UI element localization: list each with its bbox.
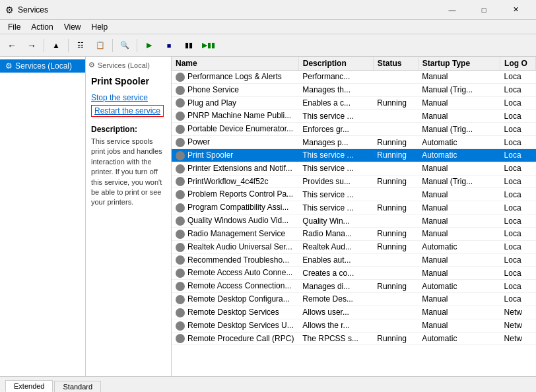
cell-name: Quality Windows Audio Vid... [172, 214, 298, 228]
cell-name: PrintWorkflow_4c4f52c [172, 175, 298, 188]
cell-status [373, 306, 418, 319]
table-row[interactable]: Phone ServiceManages th...Manual (Trig..… [172, 83, 536, 96]
table-row[interactable]: Problem Reports Control Pa...This servic… [172, 188, 536, 201]
cell-startup: Manual (Trig... [418, 175, 500, 188]
menu-help[interactable]: Help [86, 21, 114, 33]
selected-service-name: Print Spooler [88, 73, 168, 92]
table-row[interactable]: Radio Management ServiceRadio Mana...Run… [172, 227, 536, 240]
cell-log: Loca [500, 148, 536, 162]
table-row[interactable]: PrintWorkflow_4c4f52cProvides su...Runni… [172, 175, 536, 188]
table-row[interactable]: Remote Desktop Services U...Allows the r… [172, 319, 536, 332]
cell-desc: Enables aut... [298, 253, 373, 267]
forward-button[interactable]: → [22, 37, 41, 54]
menu-action[interactable]: Action [26, 21, 58, 33]
table-row[interactable]: Quality Windows Audio Vid...Quality Win.… [172, 214, 536, 228]
table-row[interactable]: Performance Logs & AlertsPerformanc...Ma… [172, 71, 536, 84]
services-local-icon: ⚙ [5, 61, 13, 71]
cell-log: Loca [500, 123, 536, 136]
cell-desc: This service ... [298, 110, 373, 123]
cell-status: Running [373, 175, 418, 188]
toolbar-separator-4 [137, 39, 137, 52]
table-row[interactable]: Remote Desktop Configura...Remote Des...… [172, 293, 536, 306]
stop-button[interactable]: ■ [160, 37, 178, 54]
cell-status: Running [373, 201, 418, 214]
table-row[interactable]: Remote Procedure Call (RPC)The RPCSS s..… [172, 332, 536, 345]
up-button[interactable]: ▲ [47, 37, 65, 54]
table-row[interactable]: Realtek Audio Universal Ser...Realtek Au… [172, 240, 536, 253]
col-startup[interactable]: Startup Type [418, 57, 500, 71]
cell-name: Recommended Troublesho... [172, 253, 298, 267]
cell-log: Loca [500, 162, 536, 175]
cell-name: Plug and Play [172, 96, 298, 110]
cell-log: Netw [500, 319, 536, 332]
start-button[interactable]: ▶ [140, 37, 158, 54]
table-row[interactable]: Remote Access Auto Conne...Creates a co.… [172, 267, 536, 280]
table-row[interactable]: Program Compatibility Assi...This servic… [172, 201, 536, 214]
table-row[interactable]: Portable Device Enumerator...Enforces gr… [172, 123, 536, 136]
cell-startup: Automatic [418, 332, 500, 345]
close-button[interactable]: ✕ [500, 0, 531, 20]
cell-name: Printer Extensions and Notif... [172, 162, 298, 175]
maximize-button[interactable]: □ [469, 0, 499, 20]
app-icon: ⚙ [5, 5, 14, 15]
cell-name: Print Spooler [172, 148, 298, 162]
services-table-container[interactable]: Name Description Status Startup Type Log… [172, 57, 536, 376]
window-controls: — □ ✕ [437, 0, 531, 20]
cell-status: Running [373, 136, 418, 149]
table-row[interactable]: Remote Desktop ServicesAllows user...Man… [172, 306, 536, 319]
back-button[interactable]: ← [3, 37, 21, 54]
table-row[interactable]: Plug and PlayEnables a c...RunningManual… [172, 96, 536, 110]
services-local-header-icon: ⚙ [88, 61, 95, 69]
cell-name: Remote Access Connection... [172, 280, 298, 293]
cell-status [373, 71, 418, 84]
cell-status [373, 188, 418, 201]
cell-log: Loca [500, 240, 536, 253]
cell-name: Remote Procedure Call (RPC) [172, 332, 298, 345]
menu-view[interactable]: View [59, 21, 86, 33]
cell-startup: Manual (Trig... [418, 83, 500, 96]
cell-startup: Manual [418, 306, 500, 319]
export-button[interactable]: 📋 [91, 37, 110, 54]
cell-startup: Manual [418, 214, 500, 228]
toolbar-separator-1 [44, 39, 44, 52]
tab-standard[interactable]: Standard [54, 381, 101, 392]
col-logon[interactable]: Log O [500, 57, 536, 71]
cell-desc: Provides su... [298, 175, 373, 188]
table-row[interactable]: Remote Access Connection...Manages di...… [172, 280, 536, 293]
cell-desc: Manages di... [298, 280, 373, 293]
restart-service-link[interactable]: Restart the service [91, 105, 164, 117]
col-status[interactable]: Status [373, 57, 418, 71]
pause-button[interactable]: ▮▮ [180, 37, 198, 54]
cell-desc: This service ... [298, 188, 373, 201]
table-row[interactable]: Print SpoolerThis service ...RunningAuto… [172, 148, 536, 162]
cell-log: Loca [500, 83, 536, 96]
nav-services-local[interactable]: ⚙ Services (Local) [0, 59, 85, 73]
cell-log: Loca [500, 96, 536, 110]
stop-service-link[interactable]: Stop the service [88, 92, 168, 104]
cell-name: Remote Desktop Services [172, 306, 298, 319]
cell-name: Program Compatibility Assi... [172, 201, 298, 214]
cell-desc: Realtek Aud... [298, 240, 373, 253]
cell-startup: Manual [418, 71, 500, 84]
col-description[interactable]: Description [298, 57, 373, 71]
cell-desc: Allows the r... [298, 319, 373, 332]
cell-name: PNRP Machine Name Publi... [172, 110, 298, 123]
cell-name: Performance Logs & Alerts [172, 71, 298, 84]
menu-file[interactable]: File [3, 21, 26, 33]
filter-button[interactable]: 🔍 [116, 37, 134, 54]
minimize-button[interactable]: — [437, 0, 467, 20]
col-name[interactable]: Name [172, 57, 298, 71]
cell-status: Running [373, 240, 418, 253]
description-title: Description: [88, 118, 168, 137]
table-row[interactable]: Recommended Troublesho...Enables aut...M… [172, 253, 536, 267]
cell-desc: Quality Win... [298, 214, 373, 228]
tab-extended[interactable]: Extended [5, 380, 53, 392]
cell-startup: Manual [418, 293, 500, 306]
table-row[interactable]: Printer Extensions and Notif...This serv… [172, 162, 536, 175]
restart-button[interactable]: ▶▮▮ [199, 37, 218, 54]
services-table: Name Description Status Startup Type Log… [172, 57, 536, 345]
show-hide-button[interactable]: ☷ [71, 37, 90, 54]
table-row[interactable]: PowerManages p...RunningAutomaticLoca [172, 136, 536, 149]
cell-desc: Performanc... [298, 71, 373, 84]
table-row[interactable]: PNRP Machine Name Publi...This service .… [172, 110, 536, 123]
